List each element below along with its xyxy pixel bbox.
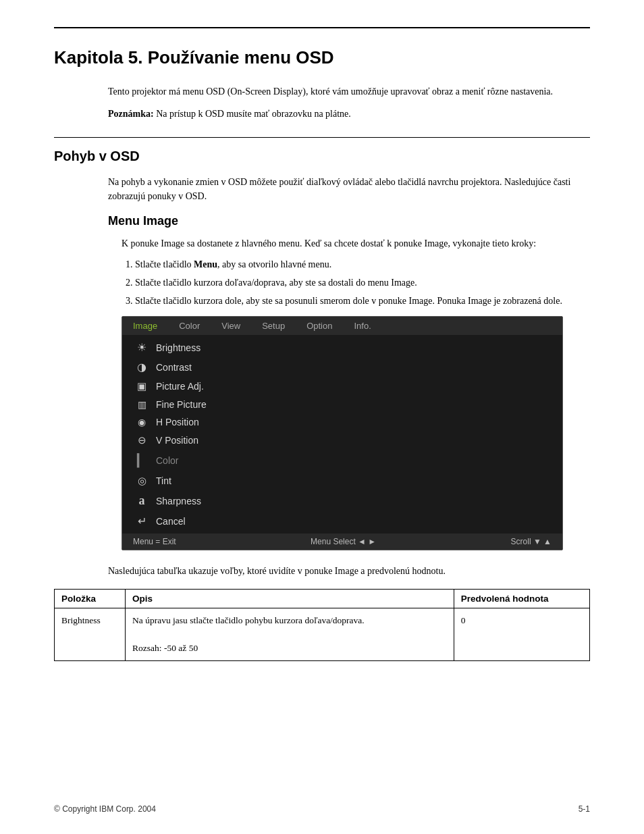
footer-copyright: © Copyright IBM Corp. 2004: [54, 804, 156, 814]
image-options-table: Položka Opis Predvolená hodnota Brightne…: [54, 589, 590, 661]
brightness-icon: ☀: [133, 341, 151, 354]
osd-menu-items: ☀ Brightness ◑ Contrast ▣ Picture Adj. ▥…: [122, 335, 562, 533]
section1-text: Na pohyb a vykonanie zmien v OSD môžete …: [108, 175, 590, 203]
footer-right: Scroll ▼ ▲: [511, 537, 552, 546]
col-header-desc: Opis: [126, 590, 454, 608]
note-paragraph: Poznámka: Na prístup k OSD musíte mať ob…: [108, 107, 590, 121]
osd-tab-info: Info.: [343, 317, 381, 335]
section-rule: [54, 137, 590, 138]
table-cell-item: Brightness: [55, 608, 126, 661]
osd-menu-footer: Menu = Exit Menu Select ◄ ► Scroll ▼ ▲: [122, 533, 562, 550]
note-label: Poznámka:: [108, 109, 154, 119]
brightness-label: Brightness: [156, 342, 200, 353]
cancel-icon: ↵: [133, 515, 151, 527]
osd-item-v-position: ⊖ V Position: [122, 431, 562, 450]
steps-list: Stlačte tlačidlo Menu, aby sa otvorilo h…: [135, 257, 590, 308]
osd-tab-image: Image: [122, 317, 168, 335]
footer-left: Menu = Exit: [133, 537, 176, 546]
intro-text: Tento projektor má menu OSD (On-Screen D…: [108, 84, 590, 99]
table-cell-default: 0: [454, 608, 589, 661]
footer-center: Menu Select ◄ ►: [311, 537, 376, 546]
section1-title: Pohyb v OSD: [54, 149, 590, 164]
osd-menu: Image Color View Setup Option Info. ☀ Br…: [122, 316, 563, 550]
fine-picture-label: Fine Picture: [156, 399, 207, 410]
table-cell-desc: Na úpravu jasu stlačte tlačidlo pohybu k…: [126, 608, 454, 661]
step-2: Stlačte tlačidlo kurzora doľava/doprava,…: [135, 276, 590, 290]
color-label: Color: [156, 455, 178, 466]
osd-tab-setup: Setup: [251, 317, 296, 335]
col-header-default: Predvolená hodnota: [454, 590, 589, 608]
osd-item-h-position: ◉ H Position: [122, 413, 562, 431]
fine-picture-icon: ▥: [133, 399, 151, 410]
osd-tab-option: Option: [296, 317, 343, 335]
tint-icon: ◎: [133, 475, 151, 487]
footer-page-number: 5-1: [579, 804, 590, 814]
h-position-label: H Position: [156, 417, 199, 427]
contrast-icon: ◑: [133, 361, 151, 373]
contrast-label: Contrast: [156, 362, 192, 373]
h-position-icon: ◉: [133, 417, 151, 427]
osd-item-cancel: ↵ Cancel: [122, 511, 562, 531]
osd-tab-view: View: [211, 317, 251, 335]
v-position-icon: ⊖: [133, 434, 151, 446]
sharpness-label: Sharpness: [156, 496, 201, 506]
osd-item-sharpness: a Sharpness: [122, 490, 562, 511]
osd-item-contrast: ◑ Contrast: [122, 357, 562, 377]
osd-item-picture-adj: ▣ Picture Adj.: [122, 377, 562, 396]
subsection1-title: Menu Image: [108, 214, 590, 228]
table-row: Brightness Na úpravu jasu stlačte tlačid…: [55, 608, 590, 661]
cancel-label: Cancel: [156, 516, 186, 527]
subsection1-text: K ponuke Image sa dostanete z hlavného m…: [122, 236, 590, 251]
v-position-label: V Position: [156, 435, 198, 446]
picture-adj-icon: ▣: [133, 380, 151, 392]
step-3: Stlačte tlačidlo kurzora dole, aby ste s…: [135, 294, 590, 308]
step-1: Stlačte tlačidlo Menu, aby sa otvorilo h…: [135, 257, 590, 271]
page-container: Kapitola 5. Používanie menu OSD Tento pr…: [0, 0, 644, 834]
col-header-item: Položka: [55, 590, 126, 608]
note-content: Na prístup k OSD musíte mať obrazovku na…: [156, 109, 351, 119]
page-footer: © Copyright IBM Corp. 2004 5-1: [54, 804, 590, 814]
top-rule: [54, 27, 590, 28]
osd-item-color: ▎ Color: [122, 450, 562, 471]
osd-item-tint: ◎ Tint: [122, 471, 562, 490]
color-icon: ▎: [133, 453, 151, 468]
osd-item-fine-picture: ▥ Fine Picture: [122, 396, 562, 413]
osd-tab-color: Color: [168, 317, 211, 335]
osd-item-brightness: ☀ Brightness: [122, 338, 562, 357]
sharpness-icon: a: [133, 494, 151, 508]
chapter-title: Kapitola 5. Používanie menu OSD: [54, 47, 590, 68]
picture-adj-label: Picture Adj.: [156, 381, 204, 392]
table-intro: Nasledujúca tabuľka ukazuje voľby, ktoré…: [108, 564, 590, 578]
osd-menu-header: Image Color View Setup Option Info.: [122, 317, 562, 335]
tint-label: Tint: [156, 475, 171, 486]
